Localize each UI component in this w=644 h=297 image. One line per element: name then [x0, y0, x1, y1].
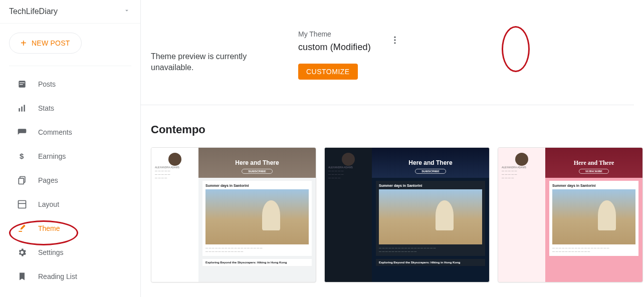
- earnings-icon: $: [17, 151, 27, 161]
- sidebar-item-label: Theme: [38, 224, 60, 232]
- current-theme-info: My Theme custom (Modified) CUSTOMIZE: [298, 30, 371, 80]
- divider: [9, 66, 131, 66]
- sidebar-item-settings[interactable]: Settings: [0, 240, 140, 264]
- preview-missing-text: Theme preview is currently unavailable.: [151, 51, 271, 74]
- theme-card-light[interactable]: ALEXANDRA ADAMS— — — — —— — — — —— — — —…: [151, 147, 316, 282]
- theme-more-button[interactable]: [389, 34, 401, 46]
- svg-point-13: [394, 42, 395, 44]
- card-hero: Here and There SUBSCRIBE: [545, 148, 642, 178]
- comments-icon: [17, 127, 27, 137]
- settings-icon: [17, 247, 27, 257]
- svg-point-12: [394, 39, 395, 41]
- sidebar-item-posts[interactable]: Posts: [0, 72, 140, 96]
- theme-card-dark[interactable]: ALEXANDRA ADAMS— — — — —— — — — —— — — —…: [324, 147, 490, 282]
- sidebar-item-label: Stats: [38, 104, 54, 112]
- sidebar-item-label: Pages: [38, 176, 58, 184]
- my-theme-label: My Theme: [298, 30, 371, 38]
- svg-point-11: [394, 37, 395, 38]
- svg-rect-9: [19, 201, 26, 208]
- placeholder-image-icon: [552, 189, 635, 244]
- chevron-down-icon: [123, 7, 130, 16]
- theme-gallery: ALEXANDRA ADAMS— — — — —— — — — —— — — —…: [141, 147, 644, 282]
- blog-selector-dropdown[interactable]: TechLifeDiary: [0, 0, 140, 24]
- sidebar-item-label: Comments: [38, 128, 72, 136]
- posts-icon: [17, 79, 27, 89]
- more-vert-icon: [390, 35, 400, 45]
- sidebar-item-layout[interactable]: Layout: [0, 192, 140, 216]
- new-post-button[interactable]: + NEW POST: [9, 33, 82, 54]
- avatar-icon: [342, 153, 355, 166]
- svg-rect-2: [20, 84, 23, 85]
- svg-text:$: $: [20, 152, 24, 160]
- sidebar-item-label: Posts: [38, 80, 56, 88]
- pages-icon: [17, 175, 27, 185]
- placeholder-image-icon: [205, 189, 309, 244]
- sidebar-item-stats[interactable]: Stats: [0, 96, 140, 120]
- sidebar-item-label: Reading List: [38, 272, 77, 280]
- sidebar-item-theme[interactable]: Theme: [0, 216, 140, 240]
- stats-icon: [17, 103, 27, 113]
- sidebar-item-label: Layout: [38, 200, 59, 208]
- blog-name: TechLifeDiary: [9, 7, 58, 16]
- svg-rect-1: [20, 83, 25, 83]
- svg-rect-8: [19, 178, 24, 184]
- sidebar-item-comments[interactable]: Comments: [0, 120, 140, 144]
- card-hero: Here and There SUBSCRIBE: [372, 148, 489, 178]
- theme-header: Theme preview is currently unavailable. …: [141, 0, 634, 105]
- new-post-label: NEW POST: [32, 39, 70, 47]
- sidebar-item-pages[interactable]: Pages: [0, 168, 140, 192]
- theme-card-pink[interactable]: ALEXANDRA ADAMS— — — — —— — — — —— — — —…: [498, 147, 643, 282]
- svg-rect-4: [21, 107, 23, 112]
- placeholder-image-icon: [379, 189, 482, 244]
- sidebar: TechLifeDiary + NEW POST Posts Stats Com…: [0, 0, 141, 297]
- section-title-contempo: Contempo: [151, 123, 644, 136]
- sidebar-item-label: Earnings: [38, 152, 66, 160]
- sidebar-item-earnings[interactable]: $ Earnings: [0, 144, 140, 168]
- layout-icon: [17, 199, 27, 209]
- theme-icon: [17, 223, 27, 233]
- bookmark-icon: [17, 271, 27, 281]
- sidebar-item-reading-list[interactable]: Reading List: [0, 264, 140, 288]
- avatar-icon: [168, 153, 181, 166]
- card-hero: Here and There SUBSCRIBE: [198, 148, 316, 178]
- svg-rect-5: [24, 105, 25, 111]
- customize-button[interactable]: CUSTOMIZE: [298, 64, 358, 80]
- sidebar-item-label: Settings: [38, 248, 64, 256]
- svg-rect-3: [19, 108, 20, 112]
- avatar-icon: [515, 153, 528, 166]
- plus-icon: +: [21, 38, 27, 48]
- main-content: Theme preview is currently unavailable. …: [141, 0, 644, 297]
- current-theme-name: custom (Modified): [298, 42, 371, 53]
